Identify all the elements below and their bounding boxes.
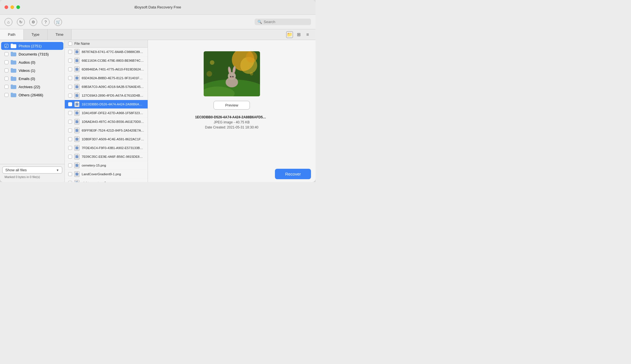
- file-name-label: 127C69A3-2890-4FD5-A67A-E7610D4B9DE5_4_5…: [82, 94, 144, 97]
- file-checkbox[interactable]: [68, 120, 72, 124]
- tab-path[interactable]: Path: [0, 29, 24, 40]
- file-checkbox[interactable]: [68, 128, 72, 132]
- sidebar-checkbox-videos[interactable]: [5, 68, 8, 72]
- help-icon[interactable]: ?: [42, 18, 50, 26]
- file-row[interactable]: 65FF9E0F-7524-421D-84F5-2A5420E7ACE2_4_5…: [65, 126, 148, 135]
- tabbar: Path Type Time 📁 ⊞ ≡: [0, 29, 316, 40]
- sidebar-item-audios[interactable]: Audios (0): [1, 58, 63, 66]
- folder-icon-documents: [11, 52, 16, 56]
- window-title: iBoysoft Data Recovery Free: [134, 5, 181, 9]
- sidebar-checkbox-emails[interactable]: [5, 77, 8, 81]
- preview-file-type: JPEG image - 40.75 KB: [214, 120, 250, 124]
- file-checkbox[interactable]: [68, 172, 72, 176]
- sidebar-checkbox-archives[interactable]: [5, 85, 8, 89]
- sidebar-item-documents[interactable]: Documents (7315): [1, 50, 63, 58]
- refresh-icon[interactable]: ↻: [17, 18, 25, 26]
- file-type-icon: [74, 93, 79, 98]
- svg-point-15: [233, 76, 234, 77]
- file-type-icon: [74, 171, 79, 177]
- preview-image: [204, 51, 260, 96]
- file-checkbox[interactable]: [68, 85, 72, 89]
- cart-icon[interactable]: 🛒: [54, 18, 62, 26]
- show-all-files-dropdown[interactable]: Show all files ▼: [2, 167, 62, 174]
- file-checkbox[interactable]: [68, 163, 72, 167]
- file-row[interactable]: cemetery-15.png: [65, 161, 148, 170]
- file-name-label: 1DB0F3D7-A509-4C4E-A591-8622AC1FD5B0_4_5…: [82, 137, 144, 141]
- sidebar-bottom: Show all files ▼ Marked 0 bytes in 0 fil…: [0, 164, 65, 182]
- folder-icon-videos: [11, 68, 16, 73]
- file-checkbox[interactable]: [68, 94, 72, 97]
- file-checkbox[interactable]: [68, 76, 72, 80]
- maximize-button[interactable]: [16, 5, 20, 9]
- file-row[interactable]: 1EC0DBB0-D526-4A74-A424-2A88B6AFD5A1_4_5…: [65, 100, 148, 109]
- sidebar-item-others[interactable]: Others (26466): [1, 91, 63, 99]
- sidebar-checkbox-documents[interactable]: [5, 52, 8, 56]
- sidebar-item-videos[interactable]: Videos (1): [1, 66, 63, 74]
- sidebar-label-others: Others (26466): [19, 93, 60, 97]
- tab-type[interactable]: Type: [24, 29, 48, 40]
- file-row[interactable]: LandCoverGradient9-1.png: [65, 170, 148, 179]
- show-all-files-label: Show all files: [5, 168, 55, 172]
- file-name-label: 1DA1459F-DFE2-427D-A968-1F58F3231E65_4_5…: [82, 111, 144, 115]
- search-box[interactable]: 🔍: [255, 19, 311, 25]
- file-type-icon: [74, 136, 79, 142]
- preview-button[interactable]: Preview: [214, 101, 250, 110]
- file-name-label: LandCoverGradient9-1.png: [82, 172, 144, 176]
- sidebar-label-documents: Documents (7315): [19, 52, 60, 56]
- file-row[interactable]: 7E09C35C-EE9E-4A6F-B56C-9815DE8145F3_4_5…: [65, 152, 148, 161]
- file-row[interactable]: 66E11634-CCBE-479E-8803-BE96B74C465F_4_5…: [65, 56, 148, 65]
- sidebar-item-photos[interactable]: ✓ Photos (2751): [1, 42, 63, 50]
- sidebar-checkbox-others[interactable]: [5, 93, 8, 97]
- file-checkbox[interactable]: [68, 181, 72, 182]
- file-row[interactable]: 1DA1459F-DFE2-427D-A968-1F58F3231E65_4_5…: [65, 109, 148, 117]
- file-row[interactable]: 1D6AEA43-497C-4C50-B556-A61E70D0D906_4_5…: [65, 117, 148, 126]
- settings-icon[interactable]: ⚙: [29, 18, 37, 26]
- search-input[interactable]: [264, 20, 308, 24]
- file-row[interactable]: 7FDE45C4-F9F0-43B1-A902-E573133BEE42_4_5…: [65, 144, 148, 152]
- file-row[interactable]: night-cemetery-2.png: [65, 179, 148, 182]
- file-checkbox[interactable]: [68, 146, 72, 150]
- preview-image-container: [204, 51, 260, 96]
- minimize-button[interactable]: [10, 5, 14, 9]
- svg-point-19: [206, 71, 212, 77]
- home-icon[interactable]: ⌂: [5, 18, 12, 26]
- file-checkbox[interactable]: [68, 102, 72, 106]
- file-row[interactable]: 1DB0F3D7-A509-4C4E-A591-8622AC1FD5B0_4_5…: [65, 135, 148, 144]
- svg-point-3: [246, 51, 257, 63]
- file-row[interactable]: 88787AE9-6741-477C-8AAB-C9888C89C391_4_5…: [65, 48, 148, 56]
- sidebar-label-archives: Archives (22): [19, 85, 60, 89]
- file-list-header: File Name: [65, 40, 148, 48]
- file-type-icon: [74, 163, 79, 168]
- recover-bar: Recover: [270, 166, 316, 182]
- file-checkbox[interactable]: [68, 67, 72, 71]
- recover-button[interactable]: Recover: [275, 169, 311, 179]
- folder-view-icon[interactable]: 📁: [286, 31, 293, 38]
- file-type-icon: [74, 84, 79, 90]
- sidebar-item-emails[interactable]: Emails (0): [1, 75, 63, 83]
- svg-point-14: [231, 76, 231, 77]
- close-button[interactable]: [5, 5, 8, 9]
- sidebar-checkbox-photos[interactable]: ✓: [5, 44, 8, 48]
- file-checkbox[interactable]: [68, 59, 72, 63]
- file-row[interactable]: 6D8946DA-7401-4775-A610-F819D3624C79_4_5…: [65, 65, 148, 74]
- file-row[interactable]: 65D4362A-B8BD-4E75-8121-9F31401F41C7_4_5…: [65, 74, 148, 83]
- file-checkbox[interactable]: [68, 111, 72, 115]
- file-type-icon: [74, 145, 79, 151]
- sidebar-label-photos: Photos (2751): [19, 44, 60, 48]
- file-list-select-all-checkbox[interactable]: [68, 42, 72, 46]
- tab-time[interactable]: Time: [48, 29, 72, 40]
- file-checkbox[interactable]: [68, 137, 72, 141]
- file-row[interactable]: 69B3A7C0-A09C-4D18-9A2B-576A0E45D55B_4_5…: [65, 83, 148, 91]
- sidebar-item-archives[interactable]: Archives (22): [1, 83, 63, 91]
- file-type-icon: [74, 101, 79, 107]
- file-type-icon: [74, 119, 79, 125]
- folder-icon-audios: [11, 60, 16, 65]
- list-view-icon[interactable]: ≡: [304, 31, 311, 38]
- file-checkbox[interactable]: [68, 155, 72, 159]
- file-row[interactable]: 127C69A3-2890-4FD5-A67A-E7610D4B9DE5_4_5…: [65, 91, 148, 100]
- sidebar-checkbox-audios[interactable]: [5, 60, 8, 64]
- svg-point-13: [232, 76, 234, 77]
- file-checkbox[interactable]: [68, 50, 72, 54]
- columns-view-icon[interactable]: ⊞: [295, 31, 302, 38]
- file-name-label: 7E09C35C-EE9E-4A6F-B56C-9815DE8145F3_4_5…: [82, 155, 144, 158]
